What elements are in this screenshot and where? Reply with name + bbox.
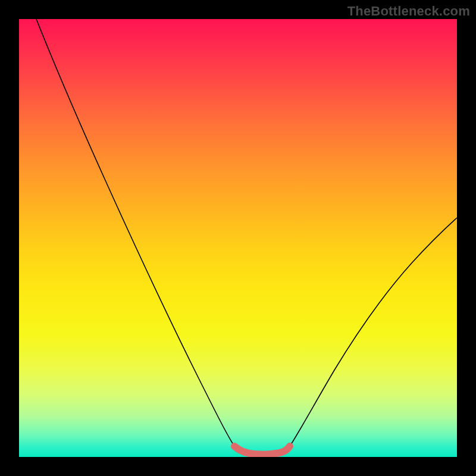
bottleneck-curve-svg (19, 19, 457, 457)
bottleneck-floor (234, 446, 290, 455)
watermark-text: TheBottleneck.com (347, 4, 470, 19)
bottleneck-curve-left (36, 19, 234, 446)
plot-area (19, 19, 457, 457)
chart-frame: TheBottleneck.com (0, 0, 476, 476)
bottleneck-curve-right (290, 218, 457, 446)
